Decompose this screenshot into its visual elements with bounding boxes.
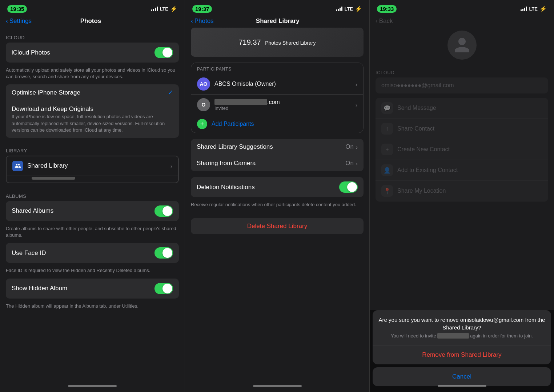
camera-row[interactable]: Sharing from Camera On › bbox=[191, 155, 364, 171]
icloud-photos-label: iCloud Photos bbox=[12, 49, 154, 56]
status-bar-1: 19:35 LTE ⚡ bbox=[0, 0, 185, 16]
icloud-group: iCloud Photos bbox=[6, 43, 179, 63]
download-label: Download and Keep Originals bbox=[12, 105, 93, 113]
delete-library-row[interactable]: Delete Shared Library bbox=[191, 218, 364, 234]
library-settings-group: Shared Library Suggestions On › Sharing … bbox=[191, 139, 364, 171]
download-row[interactable]: Download and Keep Originals If your iPho… bbox=[6, 101, 179, 138]
nav-title-1: Photos bbox=[32, 17, 150, 25]
add-circle-icon: + bbox=[197, 119, 207, 129]
participants-popup: Participants AO ABCS Omisola (Owner) › O… bbox=[191, 63, 364, 133]
faceid-group: Use Face ID bbox=[6, 243, 179, 263]
shared-library-icon bbox=[12, 161, 23, 171]
delete-group: Delete Shared Library bbox=[191, 218, 364, 234]
nav-title-2: Shared Library bbox=[214, 17, 342, 25]
shared-library-label: Shared Library bbox=[27, 162, 170, 169]
remove-from-library-btn[interactable]: Remove from Shared Library bbox=[373, 345, 551, 364]
deletion-toggle[interactable] bbox=[339, 181, 358, 193]
deletion-row[interactable]: Deletion Notifications bbox=[191, 177, 364, 197]
nav-back-3: ‹ Back bbox=[376, 17, 393, 25]
section-albums: Albums bbox=[0, 186, 185, 201]
participant-row-invited[interactable]: O ●●●●●●●●●●●●●●●.com Invited › bbox=[191, 95, 363, 115]
suggestions-chevron: › bbox=[356, 144, 358, 150]
lte-label-2: LTE bbox=[344, 6, 353, 12]
hidden-album-desc: The Hidden album will appear in the Albu… bbox=[0, 301, 185, 314]
optimise-label: Optimise iPhone Storage bbox=[12, 89, 168, 96]
contact-avatar bbox=[447, 31, 477, 60]
home-indicator-2 bbox=[185, 380, 369, 392]
shared-albums-row[interactable]: Shared Albums bbox=[6, 201, 179, 221]
status-time-3: 19:33 bbox=[377, 5, 397, 13]
add-existing-row: 👤 Add to Existing Contact bbox=[376, 160, 548, 181]
home-bar-3 bbox=[438, 385, 486, 387]
optimise-checkmark: ✓ bbox=[168, 89, 173, 96]
section-icloud-3: iCloud bbox=[370, 63, 554, 77]
icloud-photos-desc: Automatically upload and safely store al… bbox=[0, 65, 185, 84]
home-bar-2 bbox=[253, 385, 302, 387]
shared-albums-toggle[interactable] bbox=[154, 205, 173, 217]
screen1-content: iCloud iCloud Photos Automatically uploa… bbox=[0, 28, 185, 380]
suggestions-row[interactable]: Shared Library Suggestions On › bbox=[191, 139, 364, 155]
faceid-row[interactable]: Use Face ID bbox=[6, 243, 179, 263]
chevron-left-icon: ‹ bbox=[6, 17, 8, 25]
deletion-desc: Receive regular notifications when other… bbox=[185, 200, 369, 212]
location-icon: 📍 bbox=[381, 185, 393, 197]
lte-label-3: LTE bbox=[529, 6, 538, 12]
nav-back-2[interactable]: ‹ Photos bbox=[191, 17, 214, 25]
share-icon: ↑ bbox=[381, 123, 393, 135]
camera-label: Sharing from Camera bbox=[197, 160, 345, 167]
optimise-row[interactable]: Optimise iPhone Storage ✓ bbox=[6, 84, 179, 101]
screen2-content: 719.37 Photos Shared Library Participant… bbox=[185, 28, 369, 380]
signal-icon-3 bbox=[521, 7, 527, 11]
participant-chevron-1: › bbox=[356, 81, 357, 87]
screen2: 19:37 LTE ⚡ ‹ Photos Shared Library 719.… bbox=[185, 0, 369, 392]
shared-library-row[interactable]: Shared Library › bbox=[7, 156, 178, 176]
participant-row-owner[interactable]: AO ABCS Omisola (Owner) › bbox=[191, 74, 363, 95]
nav-bar-2: ‹ Photos Shared Library bbox=[185, 16, 369, 28]
faceid-desc: Face ID is required to view the Hidden a… bbox=[0, 266, 185, 278]
status-time-2: 19:37 bbox=[192, 5, 212, 13]
nav-bar-1: ‹ Settings Photos bbox=[0, 16, 185, 28]
icloud-email-row: omiso●●●●●●●@gmail.com bbox=[376, 77, 548, 93]
participant-owner-info: ABCS Omisola (Owner) bbox=[214, 81, 356, 87]
participant-invited-sub: Invited bbox=[214, 105, 356, 111]
icloud-photos-toggle[interactable] bbox=[154, 47, 173, 58]
avatar-ao: AO bbox=[197, 77, 210, 91]
screen3: 19:33 LTE ⚡ ‹ Back bbox=[369, 0, 554, 392]
shared-library-group: Shared Library › bbox=[6, 156, 179, 183]
chevron-left-icon-2: ‹ bbox=[191, 17, 193, 25]
screen3-bg-content: ‹ Back iCloud omiso●●●●●●●@gmail.com 💬 S… bbox=[370, 16, 554, 204]
section-library: Library bbox=[0, 141, 185, 156]
hidden-album-label: Show Hidden Album bbox=[12, 285, 154, 292]
share-location-row: 📍 Share My Location bbox=[376, 181, 548, 201]
message-icon: 💬 bbox=[381, 102, 393, 114]
signal-icon bbox=[151, 7, 158, 11]
icloud-group-3: omiso●●●●●●●@gmail.com bbox=[376, 77, 548, 93]
send-message-row: 💬 Send Message bbox=[376, 98, 548, 119]
hidden-album-row[interactable]: Show Hidden Album bbox=[6, 279, 179, 299]
status-icons-1: LTE ⚡ bbox=[151, 5, 177, 12]
photos-header-card: 719.37 Photos Shared Library bbox=[191, 28, 364, 57]
section-icloud: iCloud bbox=[0, 28, 185, 43]
nav-back-1[interactable]: ‹ Settings bbox=[6, 17, 32, 25]
delete-library-btn[interactable]: Delete Shared Library bbox=[247, 223, 307, 230]
action-sheet-title: Are you sure you want to remove omisolai… bbox=[378, 316, 545, 331]
faceid-label: Use Face ID bbox=[12, 249, 154, 257]
avatar-o: O bbox=[197, 98, 210, 111]
camera-chevron: › bbox=[356, 160, 358, 167]
participant-invited-name: ●●●●●●●●●●●●●●●.com bbox=[214, 99, 356, 105]
participant-chevron-2: › bbox=[356, 102, 357, 108]
add-existing-icon: 👤 bbox=[381, 164, 393, 176]
icloud-photos-row[interactable]: iCloud Photos bbox=[6, 43, 179, 63]
hidden-album-toggle[interactable] bbox=[154, 283, 173, 294]
add-contact-icon: + bbox=[381, 144, 393, 155]
photos-count: 719.37 Photos Shared Library bbox=[238, 38, 316, 47]
add-participants-row[interactable]: + Add Participants bbox=[191, 115, 363, 133]
chevron-left-icon-3: ‹ bbox=[376, 17, 378, 25]
shared-albums-label: Shared Albums bbox=[12, 207, 154, 215]
deletion-group: Deletion Notifications bbox=[191, 177, 364, 197]
home-indicator-1 bbox=[0, 380, 185, 392]
faceid-toggle[interactable] bbox=[154, 247, 173, 259]
camera-value: On bbox=[345, 160, 354, 167]
hidden-album-group: Show Hidden Album bbox=[6, 279, 179, 299]
battery-icon: ⚡ bbox=[170, 5, 177, 12]
